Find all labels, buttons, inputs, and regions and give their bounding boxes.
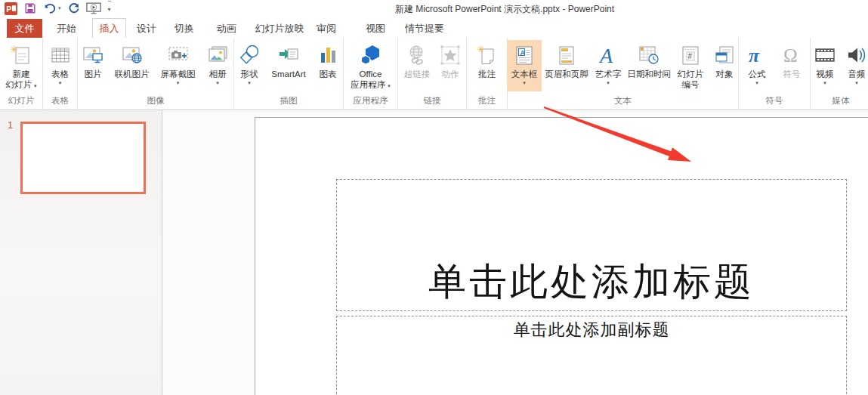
- wordart-icon: A: [596, 42, 620, 69]
- group-label: 链接: [398, 95, 466, 110]
- group-illustrations: 形状 ▾ SmartArt 图表 插图: [234, 38, 344, 110]
- group-label: 应用程序: [344, 95, 397, 110]
- wordart-button[interactable]: A 艺术字 ▾: [592, 40, 625, 91]
- chart-button[interactable]: 图表: [313, 40, 343, 91]
- slide-editing-area: 单击此处添加标题 单击此处添加副标题: [163, 110, 868, 395]
- comment-button[interactable]: ✳ 批注: [471, 40, 504, 91]
- group-links: 超链接 动作 链接: [398, 38, 467, 110]
- svg-text:#: #: [688, 52, 693, 60]
- symbol-button: Ω 符号: [777, 40, 807, 91]
- slide-thumbnail[interactable]: [20, 122, 146, 194]
- slide-number-button[interactable]: # 幻灯片 编号: [673, 40, 708, 91]
- office-apps-icon: [359, 42, 383, 69]
- tab-slideshow[interactable]: 幻灯片放映: [249, 19, 310, 38]
- tab-storyboard[interactable]: 情节提要: [403, 19, 446, 38]
- equation-icon: π: [745, 42, 769, 69]
- comment-icon: ✳: [475, 42, 499, 69]
- group-comments: ✳ 批注 批注: [467, 38, 508, 110]
- svg-text:✳: ✳: [477, 44, 485, 55]
- hyperlink-icon: [405, 42, 429, 69]
- action-button: 动作: [437, 40, 464, 91]
- dropdown-caret: ▾: [388, 83, 391, 88]
- dropdown-caret: ▾: [523, 79, 526, 86]
- tab-home[interactable]: 开始: [50, 19, 83, 38]
- tab-design[interactable]: 设计: [130, 19, 163, 38]
- new-slide-icon: ✳: [9, 42, 33, 69]
- button-label: Office: [360, 69, 382, 79]
- office-apps-button[interactable]: Office 应用程序 ▾: [347, 40, 395, 91]
- dropdown-caret: ▾: [248, 79, 251, 86]
- text-box-button[interactable]: A 文本框 ▾: [507, 40, 542, 91]
- button-label: 相册: [209, 69, 227, 79]
- picture-button[interactable]: 图片: [79, 40, 107, 91]
- button-label: 图片: [85, 69, 102, 79]
- symbol-icon: Ω: [780, 42, 804, 69]
- audio-icon: [845, 42, 868, 69]
- button-label: 超链接: [404, 69, 431, 79]
- button-label: 艺术字: [595, 69, 622, 79]
- slide-canvas[interactable]: 单击此处添加标题 单击此处添加副标题: [255, 117, 868, 395]
- header-footer-button[interactable]: 页眉和页脚: [544, 40, 589, 91]
- dropdown-caret: ▾: [59, 79, 62, 86]
- photo-album-button[interactable]: 相册 ▾: [202, 40, 233, 91]
- tab-insert[interactable]: 插入: [92, 18, 126, 38]
- title-placeholder[interactable]: 单击此处添加标题: [336, 179, 847, 311]
- audio-button[interactable]: 音频 ▾: [842, 40, 868, 91]
- svg-text:P: P: [6, 5, 11, 13]
- shapes-button[interactable]: 形状 ▾: [234, 40, 264, 91]
- button-label: 编号: [682, 79, 700, 90]
- powerpoint-window: P ▾ ▾ 新建 Microsoft PowerPoint 演示文稿.pptx …: [0, 0, 868, 395]
- new-slide-button[interactable]: ✳ 新建 幻灯片 ▾: [2, 40, 41, 91]
- start-slideshow-icon[interactable]: [86, 1, 101, 16]
- smartart-button[interactable]: SmartArt: [266, 40, 311, 91]
- button-label: 视频: [817, 69, 834, 79]
- group-tables: 表格 ▾ 表格: [43, 38, 78, 110]
- equation-button[interactable]: π 公式 ▾: [742, 40, 772, 91]
- tab-file[interactable]: 文件: [7, 19, 42, 38]
- button-label: 批注: [478, 69, 496, 79]
- object-button[interactable]: 对象: [710, 40, 739, 91]
- table-button[interactable]: 表格 ▾: [45, 40, 76, 91]
- redo-icon[interactable]: [68, 1, 79, 16]
- group-label: 幻灯片: [0, 95, 42, 110]
- button-label: 幻灯片: [678, 69, 704, 79]
- powerpoint-logo-icon[interactable]: P: [5, 1, 17, 16]
- button-label: 表格: [51, 69, 69, 79]
- tab-transitions[interactable]: 切换: [168, 19, 201, 38]
- group-label: 文本: [508, 95, 738, 110]
- tab-view[interactable]: 视图: [359, 19, 392, 38]
- group-label: 表格: [43, 95, 77, 110]
- online-pictures-button[interactable]: 联机图片: [110, 40, 153, 91]
- hyperlink-button: 超链接: [400, 40, 434, 91]
- undo-dropdown-caret[interactable]: ▾: [58, 5, 61, 11]
- date-time-button[interactable]: 日期和时间: [627, 40, 671, 91]
- save-icon[interactable]: [24, 1, 36, 16]
- svg-text:A: A: [598, 44, 613, 67]
- tab-review[interactable]: 审阅: [310, 19, 343, 38]
- button-label: 应用程序 ▾: [351, 79, 391, 90]
- date-time-icon: [637, 42, 661, 69]
- dropdown-caret: ▾: [823, 79, 826, 86]
- button-label: 屏幕截图: [161, 69, 196, 79]
- slide-number-icon: #: [678, 42, 703, 69]
- slide-thumbnail-panel: 1: [0, 110, 162, 395]
- ribbon: ✳ 新建 幻灯片 ▾ 幻灯片 表格 ▾ 表格: [0, 38, 868, 110]
- video-button[interactable]: 视频 ▾: [811, 40, 839, 91]
- button-label: 日期和时间: [627, 69, 671, 79]
- group-label: 插图: [234, 95, 343, 110]
- group-label: 媒体: [811, 95, 868, 110]
- group-text: A 文本框 ▾ 页眉和页脚 A 艺术字 ▾: [508, 38, 739, 110]
- tab-animations[interactable]: 动画: [210, 19, 243, 38]
- title-placeholder-text: 单击此处添加标题: [428, 257, 755, 307]
- button-label: 符号: [783, 69, 801, 79]
- dropdown-caret: ▾: [177, 79, 180, 86]
- smartart-icon: [276, 42, 301, 69]
- object-icon: [712, 42, 737, 69]
- subtitle-placeholder-text: 单击此处添加副标题: [514, 319, 670, 341]
- screenshot-button[interactable]: 屏幕截图 ▾: [156, 40, 199, 91]
- photo-album-icon: [205, 42, 230, 69]
- quick-access-toolbar: P ▾ ▾: [5, 1, 111, 16]
- customize-qat-caret-icon[interactable]: ▾: [108, 1, 111, 16]
- subtitle-placeholder[interactable]: 单击此处添加副标题: [336, 316, 847, 395]
- undo-icon[interactable]: ▾: [43, 1, 61, 16]
